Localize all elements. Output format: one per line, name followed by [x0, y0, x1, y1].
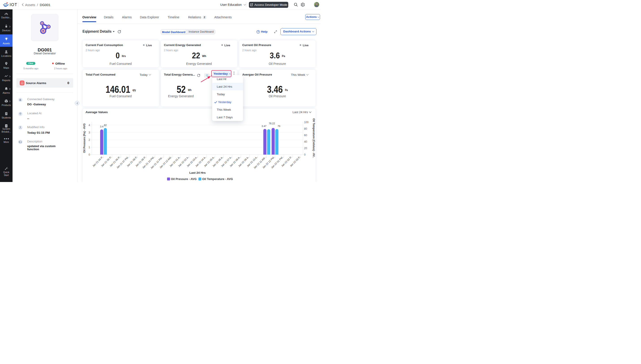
svg-text:0: 0 — [304, 153, 305, 156]
svg-text:78.22: 78.22 — [268, 122, 275, 125]
svg-text:40: 40 — [304, 140, 307, 143]
svg-text:Oil Pressure - AVG: Oil Pressure - AVG — [171, 177, 196, 181]
svg-text:60: 60 — [304, 134, 307, 137]
svg-text:3.47: 3.47 — [261, 124, 266, 127]
svg-text:80: 80 — [304, 127, 307, 130]
svg-text:Oil Temperature (Celsius) - AV: Oil Temperature (Celsius) - AV.. — [312, 118, 315, 158]
svg-text:100: 100 — [304, 121, 308, 124]
svg-text:82: 82 — [104, 124, 107, 126]
svg-text:0: 0 — [88, 153, 90, 156]
svg-text:Average Values: Average Values — [86, 110, 108, 114]
svg-text:Last 24 Hrs: Last 24 Hrs — [292, 110, 308, 114]
svg-text:2: 2 — [88, 138, 90, 141]
svg-text:4: 4 — [88, 124, 90, 126]
svg-text:79: 79 — [277, 124, 280, 127]
svg-text:1: 1 — [88, 146, 90, 149]
svg-text:Last 24 Hrs: Last 24 Hrs — [189, 171, 206, 174]
svg-text:20: 20 — [304, 147, 307, 150]
svg-text:Oil Temperature - AVG: Oil Temperature - AVG — [202, 177, 233, 181]
svg-text:3: 3 — [88, 131, 90, 134]
svg-text:Oil Pressure (Pa) - AVG: Oil Pressure (Pa) - AVG — [83, 123, 86, 153]
svg-text:3.4: 3.4 — [100, 125, 103, 128]
